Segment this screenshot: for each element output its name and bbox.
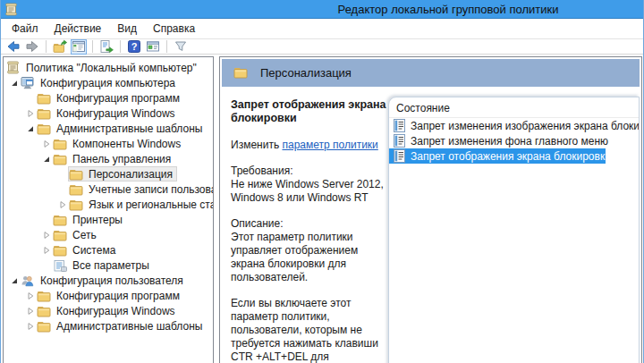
tree-item[interactable]: Конфигурация Windows [4, 106, 213, 121]
back-icon[interactable] [5, 39, 21, 55]
folder-icon [37, 289, 52, 302]
expander-open-icon[interactable] [41, 155, 52, 164]
tree-item-box: Язык и региональные станд [68, 197, 214, 212]
show-console-tree-icon[interactable] [71, 39, 87, 55]
settings-list-item-label: Запрет изменения фона главного меню [411, 135, 608, 148]
toolbar-separator [166, 40, 167, 53]
tree-item[interactable]: Конфигурация компьютера [4, 75, 213, 90]
tree-item[interactable]: Административные шаблоны [4, 318, 213, 333]
folder-icon [53, 213, 68, 226]
description-paragraph-2: Если вы включаете этот параметр политики… [231, 297, 386, 363]
tree-item-label: Учетные записи пользовате [88, 183, 214, 196]
expander-closed-icon[interactable] [25, 322, 36, 331]
expander-open-icon[interactable] [9, 276, 20, 285]
tree-item[interactable]: Язык и региональные станд [4, 197, 213, 212]
expander-slot [41, 215, 52, 224]
tree-item-box: Компоненты Windows [52, 136, 185, 151]
details-header: Персонализация [222, 59, 640, 87]
filter-icon[interactable] [173, 39, 189, 55]
tree-item-label: Персонализация [88, 168, 173, 181]
expander-closed-icon[interactable] [25, 307, 36, 316]
menu-file[interactable]: Файл [4, 20, 47, 38]
tree-item-label: Панель управления [72, 153, 171, 165]
settings-list-item[interactable]: Запрет изменения фона главного меню [389, 133, 606, 148]
column-header-state[interactable]: Состояние [389, 97, 639, 118]
settings-list-item-label: Запрет изменения изображения экрана блок… [411, 120, 640, 132]
tree-item-label: Конфигурация компьютера [39, 77, 175, 89]
tree-item[interactable]: Система [4, 242, 213, 257]
edit-policy-line: Изменить параметр политики [231, 139, 386, 152]
tree-item[interactable]: Конфигурация пользователя [4, 273, 213, 288]
tree-item-label: Конфигурация программ [55, 92, 180, 105]
tree-item-label: Административные шаблоны [55, 122, 202, 135]
tree-item-box: Принтеры [52, 212, 127, 227]
edit-prefix: Изменить [231, 139, 282, 151]
edit-policy-link[interactable]: параметр политики [282, 139, 377, 151]
expander-slot [57, 170, 68, 179]
tree-item[interactable]: Сеть [4, 227, 213, 242]
expander-closed-icon[interactable] [41, 231, 52, 240]
policy-root-icon [6, 61, 21, 74]
app-scroll-icon [4, 3, 17, 15]
folder-icon [53, 243, 68, 257]
tree-item-label: Язык и региональные станд [88, 198, 214, 211]
tree-item-box: Конфигурация Windows [36, 303, 180, 318]
folder-icon [53, 228, 68, 241]
menu-action[interactable]: Действие [47, 20, 110, 38]
tree-item[interactable]: Политика "Локальный компьютер" [4, 60, 213, 75]
tree-item[interactable]: Все параметры [4, 257, 213, 273]
expander-closed-icon[interactable] [57, 200, 68, 209]
tree-item[interactable]: Конфигурация Windows [4, 303, 213, 318]
content-area: Политика "Локальный компьютер"Конфигурац… [1, 55, 643, 363]
menu-help[interactable]: Справка [145, 20, 203, 38]
forward-icon[interactable] [24, 39, 40, 55]
expander-open-icon[interactable] [25, 124, 36, 133]
folder-icon [37, 91, 52, 105]
tree-item[interactable]: Компоненты Windows [4, 136, 213, 151]
console-window-icon[interactable] [145, 39, 161, 55]
export-list-icon[interactable] [98, 39, 114, 55]
title-bar: Редактор локальной групповой политики [1, 0, 643, 19]
tree-item-box: Учетные записи пользовате [68, 182, 214, 197]
folder-icon [37, 304, 52, 317]
tree-item-box: Конфигурация программ [36, 90, 184, 106]
menu-view[interactable]: Вид [109, 20, 145, 38]
expander-closed-icon[interactable] [41, 246, 52, 255]
tree-item[interactable]: Панель управления [4, 151, 213, 166]
expander-open-icon[interactable] [9, 79, 20, 88]
settings-list-panel: Состояние Запрет изменения изображения э… [388, 97, 640, 363]
settings-list-item[interactable]: Запрет отображения экрана блокировки [389, 148, 606, 164]
folder-icon [69, 167, 84, 181]
tree-item-label: Все параметры [72, 259, 149, 272]
tree-item[interactable]: Конфигурация программ [4, 288, 213, 303]
user-icon [21, 274, 36, 287]
tree-item-label: Компоненты Windows [72, 138, 181, 150]
folder-icon [37, 106, 52, 120]
tree-item[interactable]: Конфигурация программ [4, 90, 213, 106]
expander-closed-icon[interactable] [25, 291, 36, 300]
description-label: Описание: [231, 217, 386, 231]
tree-item[interactable]: Административные шаблоны [4, 121, 213, 136]
policy-title: Запрет отображения экрана блокировки [231, 98, 386, 125]
folder-icon [53, 137, 68, 150]
tree-item[interactable]: Учетные записи пользовате [4, 182, 213, 197]
folder-icon [37, 122, 52, 135]
toolbar-separator [46, 40, 47, 53]
up-folder-icon[interactable] [52, 39, 68, 55]
gpedit-window: Редактор локальной групповой политики Фа… [0, 0, 644, 363]
tree-item-label: Система [72, 244, 115, 257]
requirements-text: Не ниже Windows Server 2012, Windows 8 и… [231, 178, 386, 205]
tree-item-box: Конфигурация Windows [36, 106, 180, 121]
tree-item-label: Конфигурация программ [55, 290, 180, 302]
expander-closed-icon[interactable] [41, 139, 52, 148]
folder-icon [37, 319, 52, 333]
settings-list-item[interactable]: Запрет изменения изображения экрана блок… [389, 118, 606, 133]
folder-icon [69, 182, 84, 196]
expander-closed-icon[interactable] [25, 109, 36, 118]
tree-item-label: Сеть [72, 229, 97, 241]
menu-bar: ФайлДействиеВидСправка [1, 19, 643, 38]
tree-item[interactable]: Персонализация [4, 166, 213, 182]
tree-item[interactable]: Принтеры [4, 212, 213, 227]
tree-item-label: Конфигурация Windows [55, 107, 175, 120]
help-icon[interactable]: ? [126, 39, 142, 55]
